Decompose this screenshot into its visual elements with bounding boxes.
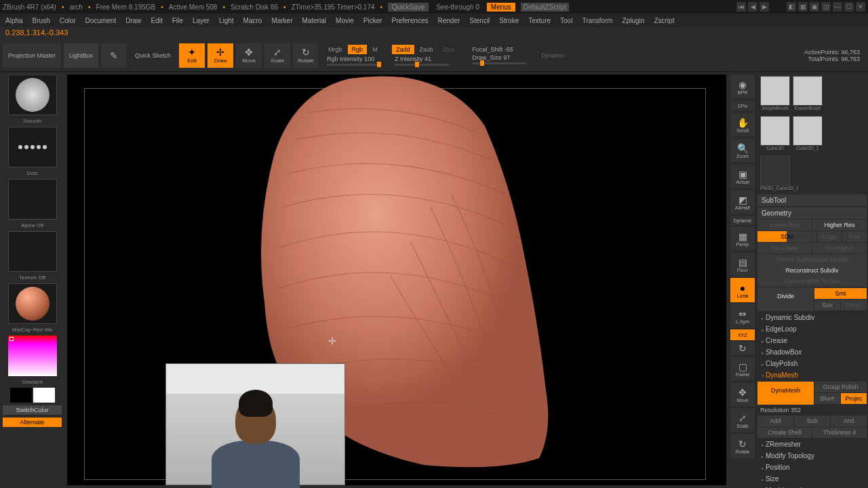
edit-button[interactable]: ✦Edit	[179, 43, 205, 68]
menu-file[interactable]: File	[172, 17, 183, 24]
lower-res-button[interactable]: Lower Res	[757, 220, 812, 230]
smt-button[interactable]: Smt	[814, 288, 867, 299]
rotate-button[interactable]: ↻Rotate	[293, 43, 319, 68]
menu-document[interactable]: Document	[85, 17, 117, 24]
divide-button[interactable]: Divide	[757, 287, 814, 311]
zsub-button[interactable]: Zsub	[416, 45, 437, 54]
frame-button[interactable]: ▢Frame	[730, 357, 755, 381]
menu-transform[interactable]: Transform	[582, 17, 612, 24]
zoom-button[interactable]: 🔍Zoom	[730, 138, 755, 163]
z-intensity-slider[interactable]: Z Intensity 41	[392, 56, 458, 66]
menu-render[interactable]: Render	[438, 17, 460, 24]
claypolish-item[interactable]: ClayPolish	[757, 358, 867, 369]
quicksketch-button[interactable]: ✎	[101, 43, 127, 68]
crease-item[interactable]: Crease	[757, 335, 867, 346]
focal-shift-slider[interactable]: Focal_Shift -55	[469, 46, 529, 53]
convert-bpr-button[interactable]: Convert BPR To Geo	[757, 276, 867, 287]
menu-brush[interactable]: Brush	[33, 17, 50, 24]
split-icon[interactable]: ◫	[821, 2, 831, 12]
quicksave-button[interactable]: QuickSave	[388, 3, 429, 12]
switchcolor-button[interactable]: SwitchColor	[3, 405, 62, 415]
dynamesh-button[interactable]: DynaMesh	[757, 382, 814, 405]
nav-first-icon[interactable]: ⏮	[736, 2, 746, 12]
seethrough[interactable]: See-through 0	[434, 3, 481, 11]
zremesher-item[interactable]: ZRemesher	[757, 439, 867, 450]
rgb-intensity-slider[interactable]: Rgb Intensity 100	[324, 56, 384, 66]
meshintegrity-item[interactable]: MeshIntegrity	[757, 485, 867, 488]
menu-preferences[interactable]: Preferences	[392, 17, 429, 24]
gradient-label[interactable]: Gradient	[3, 379, 62, 385]
mrgb-button[interactable]: Mrgb	[324, 45, 347, 54]
rstr-button[interactable]: Rstr	[842, 231, 867, 242]
menu-alpha[interactable]: Alpha	[5, 17, 23, 24]
zcut-button[interactable]: Zcut	[439, 45, 459, 54]
project-button[interactable]: Projec	[841, 393, 867, 404]
menu-macro[interactable]: Macro	[243, 17, 262, 24]
menu-zscript[interactable]: Zscript	[654, 17, 674, 24]
texture-thumbnail[interactable]	[8, 231, 57, 272]
scroll-button[interactable]: ✋Scroll	[730, 113, 755, 137]
del-higher-button[interactable]: Del Higher	[812, 243, 867, 253]
menu-picker[interactable]: Picker	[363, 17, 382, 24]
dynamesh-item[interactable]: DynaMesh	[757, 369, 867, 381]
spix-button[interactable]: SPix	[730, 100, 755, 111]
close-icon[interactable]: ✕	[856, 2, 865, 12]
menu-draw[interactable]: Draw	[125, 17, 141, 24]
thickness-slider[interactable]: Thickness 4	[812, 427, 867, 438]
move-view-button[interactable]: ✥Move	[730, 382, 755, 407]
menu-layer[interactable]: Layer	[193, 17, 210, 24]
color-swatch-primary[interactable]	[10, 388, 32, 403]
projection-master-button[interactable]: Projection Master	[3, 43, 61, 68]
zscript-button[interactable]: DefaultZScript	[521, 3, 569, 12]
maximize-icon[interactable]: ☐	[844, 2, 854, 12]
stroke-thumbnail[interactable]	[8, 127, 57, 167]
create-shell-button[interactable]: Create Shell	[757, 427, 812, 438]
menu-material[interactable]: Material	[302, 17, 327, 24]
scale-button[interactable]: ⤢Scale	[264, 43, 290, 68]
scale-view-button[interactable]: ⤢Scale	[730, 408, 755, 432]
menu-marker[interactable]: Marker	[271, 17, 292, 24]
tool-thumb-pm3d[interactable]	[760, 156, 790, 186]
edgeloop-item[interactable]: EdgeLoop	[757, 323, 867, 335]
dynamic-button[interactable]: Dynamic	[730, 216, 755, 225]
and-button[interactable]: And	[831, 415, 867, 426]
reconstruct-subdiv-button[interactable]: Reconstruct Subdiv	[757, 265, 867, 276]
subtool-header[interactable]: SubTool	[757, 195, 867, 206]
rotate-axis-button[interactable]: ↻	[730, 342, 755, 355]
nav-prev-icon[interactable]: ◀	[748, 2, 757, 12]
resolution-slider[interactable]: Resolution 352	[757, 405, 867, 415]
dynamic-button[interactable]: Dynamic	[537, 51, 569, 60]
size-item[interactable]: Size	[757, 473, 867, 485]
tool-thumb-simplebrush[interactable]	[760, 76, 790, 106]
m-button[interactable]: M	[368, 45, 382, 54]
brush-thumbnail[interactable]	[8, 75, 57, 115]
menus-button[interactable]: Menus	[487, 3, 515, 12]
lsym-button[interactable]: ⇔L.Sym	[730, 304, 755, 328]
floor-button[interactable]: ▤Floor	[730, 252, 755, 277]
freeze-subdiv-button[interactable]: Freeze SubDivision Levels	[757, 254, 867, 265]
menu-color[interactable]: Color	[60, 17, 76, 24]
cage-button[interactable]: Cage	[817, 231, 842, 242]
modify-topology-item[interactable]: Modify Topology	[757, 450, 867, 462]
minimize-icon[interactable]: —	[833, 2, 842, 12]
pin-icon[interactable]: ◧	[787, 2, 796, 12]
suv-button[interactable]: Suv	[814, 300, 840, 310]
actual-button[interactable]: ▣Actual	[730, 164, 755, 188]
blur-slider[interactable]: Blur#	[814, 393, 840, 404]
add-button[interactable]: Add	[757, 415, 793, 426]
move-button[interactable]: ✥Move	[236, 43, 262, 68]
menu-movie[interactable]: Movie	[336, 17, 354, 24]
tool-thumb-cube3d1[interactable]	[793, 116, 823, 146]
xyz-button[interactable]: XYZ	[730, 329, 755, 340]
menu-zplugin[interactable]: Zplugin	[623, 17, 645, 24]
color-picker[interactable]	[8, 336, 57, 376]
draw-size-slider[interactable]: Draw_Size 97	[469, 54, 529, 64]
menu-edit[interactable]: Edit	[151, 17, 163, 24]
canvas-viewport[interactable]: ✛	[67, 75, 726, 485]
nav-next-icon[interactable]: ▶	[760, 2, 769, 12]
higher-res-button[interactable]: Higher Res	[812, 220, 867, 230]
color-swatch-secondary[interactable]	[33, 388, 55, 403]
tool-thumb-cube3d[interactable]	[760, 116, 790, 146]
collapse-icon[interactable]: ▣	[810, 2, 819, 12]
menu-tool[interactable]: Tool	[560, 17, 572, 24]
